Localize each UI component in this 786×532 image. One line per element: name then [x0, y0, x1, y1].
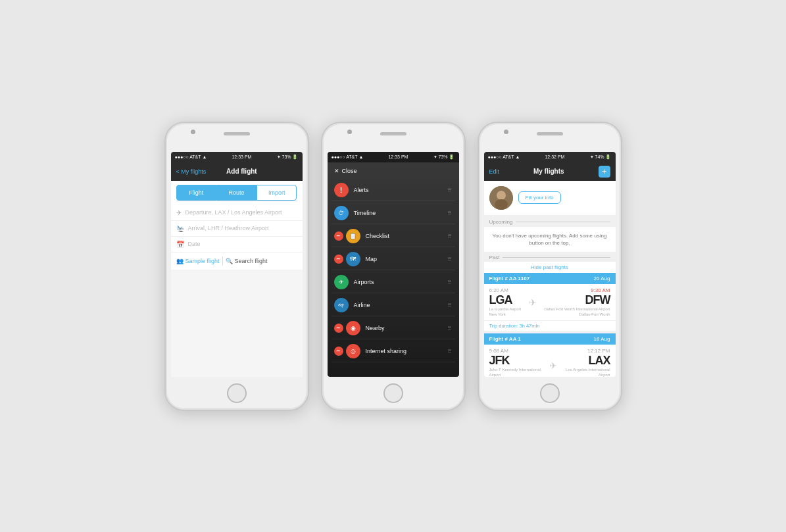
camera-2: [347, 130, 352, 134]
upcoming-section-label: Upcoming: [484, 215, 616, 227]
flight-2-dep-name: John F Kennedy International Airport: [489, 368, 549, 376]
close-button[interactable]: ✕ Close: [334, 168, 357, 174]
home-button-2[interactable]: [383, 383, 403, 403]
side-button-left-top-3: [478, 182, 479, 197]
phone1-empty-content: [171, 270, 303, 377]
nearby-icon: ◉: [346, 321, 360, 335]
calendar-icon: 📅: [176, 241, 184, 248]
side-button-left-bottom: [164, 202, 166, 216]
sample-label: Sample flight: [185, 258, 220, 264]
flight-card-1-body: 6:20 AM LGA La Guardia Airport New York …: [484, 284, 616, 321]
internet-label: Internet sharing: [366, 348, 448, 354]
tab-import[interactable]: Import: [257, 185, 297, 201]
past-section-label: Past: [484, 252, 616, 262]
menu-item-map[interactable]: − 🗺 Map ≡: [332, 249, 455, 270]
edit-button[interactable]: Edit: [489, 168, 500, 175]
remove-checklist-button[interactable]: −: [334, 231, 343, 241]
camera-3: [504, 130, 508, 134]
airline-icon: 🛩: [334, 298, 349, 312]
departure-input[interactable]: Departure, LAX / Los Angeles Airport: [185, 209, 282, 216]
phone3-content: Fill your info Upcoming You don't have u…: [484, 181, 616, 377]
status-bar-2: ●●●○○ AT&T ▲ 12:33 PM ✦ 73% 🔋: [328, 152, 459, 162]
add-flight-button[interactable]: +: [599, 166, 610, 178]
flight-card-2-body: 9:08 AM JFK John F Kennedy International…: [484, 345, 616, 376]
menu-item-checklist[interactable]: − 📋 Checklist ≡: [332, 226, 455, 247]
flight-1-number: Flight # AA 1107: [489, 276, 530, 281]
speaker: [224, 132, 250, 135]
phone-screen-2: ●●●○○ AT&T ▲ 12:33 PM ✦ 73% 🔋 ✕ Close !: [328, 152, 459, 377]
flight-card-1[interactable]: Flight # AA 1107 20 Aug 6:20 AM LGA La G…: [484, 273, 616, 331]
timeline-lines: ≡: [448, 209, 453, 216]
flight-card-2[interactable]: Flight # AA 1 18 Aug 9:08 AM JFK John F …: [484, 333, 616, 376]
phone-screen-1: ●●●○○ AT&T ▲ 12:33 PM ✦ 73% 🔋 < My fligh…: [171, 152, 303, 377]
svg-point-1: [497, 191, 506, 200]
arrival-input[interactable]: Arrival, LHR / Heathrow Airport: [188, 225, 269, 231]
side-button-left-top: [164, 182, 166, 197]
side-button-left-bottom-2: [321, 202, 322, 216]
flight-1-arr-code: DFW: [544, 293, 610, 307]
flight-2-arr-code: LAX: [557, 354, 610, 368]
time-1: 12:33 PM: [232, 155, 251, 159]
tab-flight[interactable]: Flight: [176, 185, 216, 201]
phone-3: ●●●○○ AT&T ▲ 12:32 PM ✦ 74% 🔋 Edit My fl…: [478, 122, 622, 411]
flight-1-duration: Trip duration: 3h 47min: [484, 320, 616, 331]
map-icon: 🗺: [346, 252, 360, 266]
side-button-left-bottom-3: [478, 202, 479, 216]
flight-1-arrival: 9:30 AM DFW Dallas Fort Worth Internatio…: [544, 287, 610, 318]
phone-1: ●●●○○ AT&T ▲ 12:33 PM ✦ 73% 🔋 < My fligh…: [164, 122, 309, 411]
remove-nearby-button[interactable]: −: [334, 324, 343, 333]
phone-2: ●●●○○ AT&T ▲ 12:33 PM ✦ 73% 🔋 ✕ Close !: [321, 122, 466, 411]
fill-info-button[interactable]: Fill your info: [518, 191, 561, 204]
back-button[interactable]: < My flights: [176, 168, 207, 175]
departure-icon: ✈: [176, 209, 182, 216]
menu-item-timeline[interactable]: ⏱ Timeline ≡: [332, 203, 455, 224]
side-button-right: [308, 192, 309, 213]
menu-item-airline[interactable]: 🛩 Airline ≡: [332, 295, 455, 316]
nav-title-3: My flights: [499, 168, 598, 175]
menu-item-airports[interactable]: ✈ Airports ≡: [332, 272, 455, 293]
nav-bar-1: < My flights Add flight: [171, 162, 303, 181]
airports-lines: ≡: [448, 278, 453, 285]
tab-route[interactable]: Route: [216, 185, 257, 201]
search-label: Search flight: [235, 258, 268, 264]
nav-bar-3: Edit My flights +: [484, 162, 616, 181]
flight-2-dep-code: JFK: [489, 354, 549, 368]
home-button-1[interactable]: [227, 383, 247, 403]
date-input[interactable]: Date: [188, 241, 201, 247]
sample-flight-button[interactable]: 👥 Sample flight: [176, 258, 220, 264]
phone2-bg: ●●●○○ AT&T ▲ 12:33 PM ✦ 73% 🔋 ✕ Close !: [328, 152, 459, 377]
departure-row: ✈ Departure, LAX / Los Angeles Airport: [171, 205, 303, 221]
remove-internet-button[interactable]: −: [334, 347, 343, 356]
alerts-label: Alerts: [354, 187, 448, 193]
hide-past-button[interactable]: Hide past flights: [484, 262, 616, 273]
menu-item-alerts[interactable]: ! Alerts ≡: [332, 180, 455, 201]
action-row: 👥 Sample flight 🔍 Search flight: [171, 253, 303, 270]
flight-2-dep-time: 9:08 AM: [489, 348, 549, 354]
speaker-2: [380, 132, 406, 135]
flight-1-arr-name: Dallas Fort Worth International Airport: [544, 307, 610, 312]
flight-2-arr-time: 12:12 PM: [557, 348, 610, 354]
profile-row: Fill your info: [484, 181, 616, 215]
flight-1-date: 20 Aug: [594, 276, 610, 281]
home-button-3[interactable]: [540, 383, 560, 403]
airports-label: Airports: [354, 279, 448, 285]
carrier-2: ●●●○○ AT&T ▲: [332, 155, 364, 159]
svg-point-2: [495, 199, 508, 210]
nav-title-1: Add flight: [206, 168, 277, 175]
timeline-label: Timeline: [354, 210, 448, 216]
alerts-lines: ≡: [448, 186, 453, 193]
date-row: 📅 Date: [171, 237, 303, 253]
alerts-icon: !: [334, 183, 349, 197]
flight-1-departure: 6:20 AM LGA La Guardia Airport New York: [489, 287, 522, 318]
checklist-icon: 📋: [346, 229, 360, 243]
menu-item-internet[interactable]: − ◎ Internet sharing ≡: [332, 341, 455, 362]
internet-icon: ◎: [346, 344, 360, 358]
remove-map-button[interactable]: −: [334, 254, 343, 264]
menu-item-nearby[interactable]: − ◉ Nearby ≡: [332, 318, 455, 339]
carrier-1: ●●●○○ AT&T ▲: [175, 155, 207, 159]
flight-2-number: Flight # AA 1: [489, 336, 521, 342]
search-flight-button[interactable]: 🔍 Search flight: [226, 258, 268, 264]
upcoming-line: [516, 222, 610, 222]
map-lines: ≡: [448, 255, 453, 262]
flight-2-arr-name: Los Angeles International Airport: [557, 368, 610, 376]
